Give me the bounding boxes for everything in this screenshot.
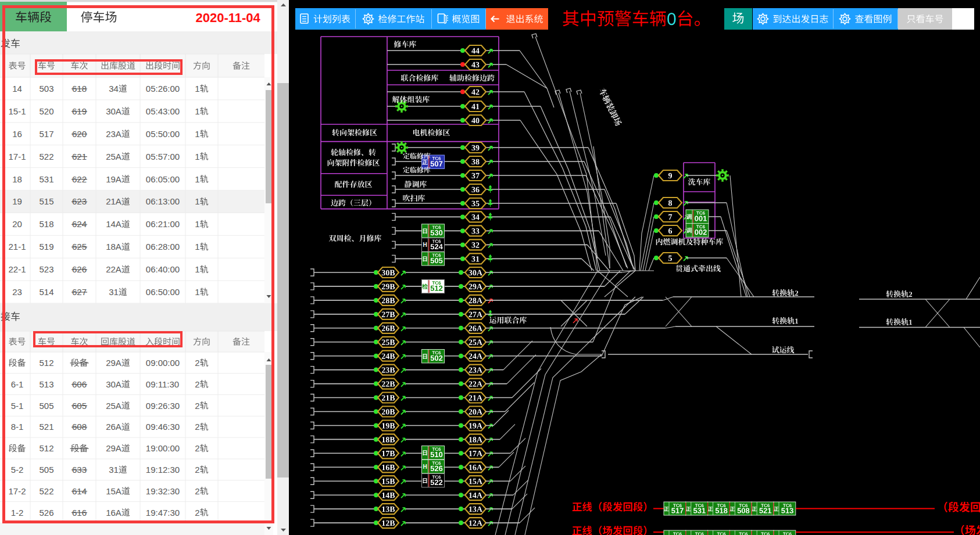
svg-text:18A: 18A (106, 242, 121, 252)
svg-text:17-2: 17-2 (9, 486, 26, 496)
svg-text:523: 523 (40, 264, 54, 274)
svg-text:05:26:00: 05:26:00 (146, 84, 180, 94)
svg-text:526: 526 (40, 508, 54, 518)
svg-text:06:05:00: 06:05:00 (146, 174, 180, 184)
svg-text:1-2: 1-2 (11, 508, 24, 518)
svg-text:520: 520 (40, 106, 54, 116)
svg-text:518: 518 (40, 219, 54, 229)
svg-text:06:13:00: 06:13:00 (146, 196, 180, 206)
svg-text:2: 2 (195, 358, 199, 368)
svg-text:1: 1 (195, 264, 199, 274)
svg-text:09:11:30: 09:11:30 (146, 379, 179, 389)
svg-text:21-1: 21-1 (9, 242, 26, 252)
svg-text:1: 1 (195, 196, 199, 206)
svg-text:1: 1 (195, 152, 199, 161)
svg-text:06:50:00: 06:50:00 (146, 287, 180, 297)
svg-text:521: 521 (40, 422, 54, 432)
svg-text:19:00:00: 19:00:00 (146, 443, 180, 453)
svg-text:1: 1 (195, 129, 199, 139)
svg-text:513: 513 (40, 379, 54, 389)
svg-text:1: 1 (195, 174, 199, 184)
svg-text:517: 517 (40, 129, 54, 139)
svg-text:21A: 21A (106, 196, 121, 206)
svg-text:19: 19 (12, 196, 22, 206)
svg-text:19:32:30: 19:32:30 (146, 486, 180, 496)
svg-text:H: H (423, 464, 427, 470)
svg-text:09:00:00: 09:00:00 (146, 358, 180, 368)
svg-text:16A: 16A (106, 508, 121, 518)
svg-text:05:43:00: 05:43:00 (146, 106, 180, 116)
svg-text:09:46:30: 09:46:30 (146, 422, 180, 432)
svg-text:2: 2 (195, 401, 199, 411)
svg-text:19:12:30: 19:12:30 (146, 465, 180, 475)
svg-text:23: 23 (12, 287, 22, 297)
svg-text:20: 20 (12, 219, 22, 229)
svg-text:2: 2 (195, 379, 199, 389)
svg-text:30A: 30A (106, 379, 121, 389)
svg-text:1: 1 (195, 84, 199, 94)
svg-text:514: 514 (40, 287, 54, 297)
svg-text:515: 515 (40, 196, 54, 206)
svg-text:522: 522 (40, 152, 54, 161)
svg-text:09:26:30: 09:26:30 (146, 401, 180, 411)
svg-text:31: 31 (109, 287, 119, 297)
svg-text:505: 505 (40, 465, 54, 475)
svg-text:6-1: 6-1 (11, 379, 24, 389)
svg-text:17-1: 17-1 (9, 152, 26, 161)
svg-text:5-1: 5-1 (11, 401, 24, 411)
svg-text:1: 1 (195, 219, 199, 229)
svg-text:16: 16 (12, 129, 22, 139)
svg-text:2: 2 (195, 486, 199, 496)
svg-text:2: 2 (195, 508, 199, 518)
svg-text:8-1: 8-1 (11, 422, 24, 432)
svg-text:06:21:00: 06:21:00 (146, 219, 180, 229)
svg-text:503: 503 (40, 84, 54, 94)
svg-text:2: 2 (195, 422, 199, 432)
svg-text:522: 522 (40, 486, 54, 496)
svg-text:25A: 25A (106, 152, 121, 161)
svg-text:29A: 29A (106, 443, 121, 453)
svg-text:505: 505 (40, 401, 54, 411)
svg-text:1: 1 (195, 106, 199, 116)
svg-text:22A: 22A (106, 264, 121, 274)
svg-text:1: 1 (195, 242, 199, 252)
svg-text:14A: 14A (106, 219, 121, 229)
svg-text:18: 18 (12, 174, 22, 184)
svg-text:06:40:00: 06:40:00 (146, 264, 180, 274)
svg-text:19A: 19A (106, 174, 121, 184)
svg-text:512: 512 (40, 358, 54, 368)
svg-text:26A: 26A (106, 422, 121, 432)
svg-text:H: H (423, 242, 427, 248)
svg-text:29A: 29A (106, 358, 121, 368)
svg-text:34: 34 (109, 84, 119, 94)
svg-text:19:47:30: 19:47:30 (146, 508, 180, 518)
svg-text:2: 2 (195, 443, 199, 453)
svg-text:25A: 25A (106, 401, 121, 411)
svg-text:2: 2 (195, 465, 199, 475)
svg-text:531: 531 (40, 174, 54, 184)
svg-text:05:57:00: 05:57:00 (146, 152, 180, 161)
svg-text:23A: 23A (106, 129, 121, 139)
svg-text:22-1: 22-1 (9, 264, 26, 274)
svg-text:31: 31 (109, 465, 119, 475)
svg-text:15A: 15A (106, 486, 121, 496)
svg-text:05:50:00: 05:50:00 (146, 129, 180, 139)
svg-text:512: 512 (40, 443, 54, 453)
svg-text:5-2: 5-2 (11, 465, 24, 475)
svg-text:15-1: 15-1 (9, 106, 26, 116)
svg-text:06:28:00: 06:28:00 (146, 242, 180, 252)
svg-text:30A: 30A (106, 106, 121, 116)
svg-text:14: 14 (12, 84, 22, 94)
svg-text:519: 519 (40, 242, 54, 252)
svg-text:1: 1 (195, 287, 199, 297)
svg-text:2020-11-04: 2020-11-04 (196, 10, 261, 25)
